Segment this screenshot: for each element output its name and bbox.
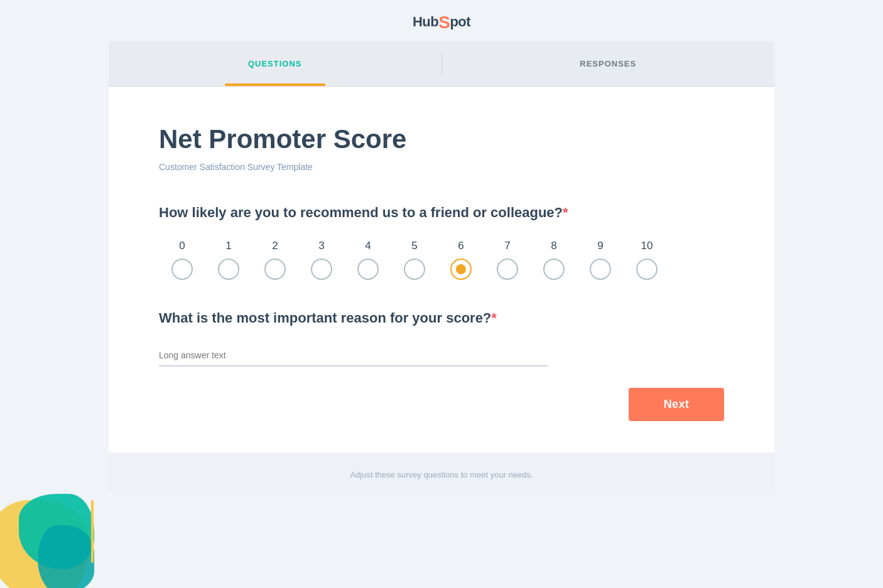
scale-radios (159, 259, 724, 280)
button-row: Next (159, 388, 724, 421)
scale-num-5: 5 (391, 240, 438, 252)
radio-4[interactable] (345, 259, 391, 280)
scale-num-2: 2 (252, 240, 298, 252)
radio-1[interactable] (205, 259, 252, 280)
scale-num-3: 3 (298, 240, 345, 252)
scale-num-10: 10 (624, 240, 670, 252)
blob-teal (19, 494, 94, 569)
scale-num-0: 0 (159, 240, 205, 252)
radio-6[interactable] (438, 259, 484, 280)
radio-9[interactable] (577, 259, 624, 280)
survey-subtitle: Customer Satisfaction Survey Template (159, 162, 724, 172)
blob-dark-teal (38, 525, 94, 588)
long-answer-input[interactable] (159, 345, 548, 366)
question-1-label: How likely are you to recommend us to a … (159, 205, 724, 221)
hubspot-dot: S (438, 13, 450, 32)
radio-2[interactable] (252, 259, 298, 280)
next-button[interactable]: Next (629, 388, 724, 421)
scale-num-9: 9 (577, 240, 624, 252)
required-marker-1: * (563, 205, 568, 220)
question-2: What is the most important reason for yo… (159, 310, 724, 369)
tab-bar: QUESTIONS RESPONSES (109, 41, 774, 87)
radio-7[interactable] (484, 259, 531, 280)
radio-8[interactable] (531, 259, 577, 280)
tab-questions[interactable]: QUESTIONS (109, 41, 442, 86)
scale-num-1: 1 (205, 240, 252, 252)
survey-card: QUESTIONS RESPONSES Net Promoter Score C… (109, 41, 774, 492)
scale-num-7: 7 (484, 240, 531, 252)
question-2-label: What is the most important reason for yo… (159, 310, 724, 326)
tab-responses[interactable]: RESPONSES (442, 41, 775, 86)
hubspot-logo: HubSpot (413, 14, 470, 30)
radio-0[interactable] (159, 259, 205, 280)
radio-3[interactable] (298, 259, 345, 280)
scale-num-8: 8 (531, 240, 577, 252)
required-marker-2: * (491, 310, 497, 326)
radio-scale: 0 1 2 3 4 5 6 7 8 9 10 (159, 240, 724, 280)
radio-5[interactable] (391, 259, 438, 280)
scale-num-4: 4 (345, 240, 391, 252)
header: HubSpot (0, 0, 883, 41)
radio-10[interactable] (624, 259, 670, 280)
footer-note: Adjust these survey questions to meet yo… (109, 452, 774, 492)
scale-numbers: 0 1 2 3 4 5 6 7 8 9 10 (159, 240, 724, 252)
survey-title: Net Promoter Score (159, 124, 724, 154)
blob-yellow (0, 500, 88, 588)
vertical-line (91, 500, 94, 563)
question-1: How likely are you to recommend us to a … (159, 205, 724, 280)
survey-content: Net Promoter Score Customer Satisfaction… (109, 87, 774, 452)
scale-num-6: 6 (438, 240, 484, 252)
